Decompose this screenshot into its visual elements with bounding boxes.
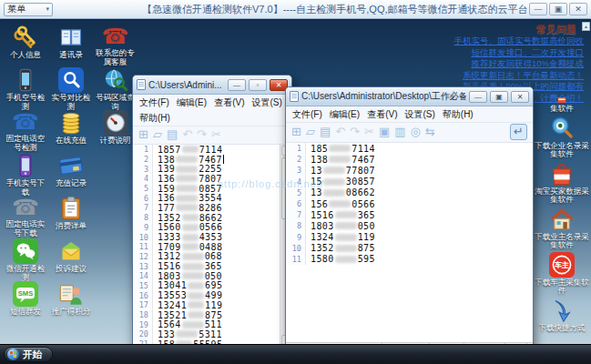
phone-grey-icon: ☎ <box>13 196 38 219</box>
sidebar-item-contacts[interactable]: 通讯录 <box>48 25 94 65</box>
sidebar-item-customer-service[interactable]: ☎ 联系您的专属客服 <box>94 25 137 65</box>
redacted-digits <box>182 253 204 260</box>
save-file-icon[interactable]: ▤ <box>320 125 331 139</box>
save-file-icon[interactable]: ▤ <box>167 127 178 142</box>
undo-icon[interactable]: ↶ <box>335 125 345 139</box>
sidebar-item-number-region-query[interactable]: 号码区域查询 <box>94 67 137 107</box>
svg-text:车主: 车主 <box>555 260 569 269</box>
menu-item[interactable]: 编辑(E) <box>173 95 210 110</box>
sidebar-item-personal-info[interactable]: 个人信息 <box>3 25 48 65</box>
redo-icon[interactable]: ↷ <box>197 127 207 142</box>
text-line: 12 1312068 <box>133 252 280 262</box>
sidebar-item-recharge-history[interactable]: 充值记录 <box>48 153 94 193</box>
notepad2-maximize-button[interactable]: ▣ <box>490 91 508 103</box>
eye-search-icon <box>549 116 575 141</box>
cut-icon[interactable]: ✂ <box>211 127 221 142</box>
sidebar-item-landline-empty-check[interactable]: ☎ 固定电话空号检测 <box>3 110 48 150</box>
download-item-shortcut[interactable]: 下载快捷方式 <box>539 298 586 333</box>
line-number: 3 <box>286 165 306 176</box>
download-item-car-owner-collect[interactable]: 车主 下载车主采集软件 <box>534 252 590 296</box>
menu-item[interactable]: 文件(F) <box>136 95 173 110</box>
sidebar-item-landline-real-download[interactable]: ☎ 固定电话实号下载 <box>3 196 48 236</box>
open-file-icon[interactable]: ▱ <box>153 127 162 142</box>
line-number: 1 <box>286 143 306 154</box>
sidebar-item-label: 固定电话实号下载 <box>3 220 48 238</box>
sidebar-item-mobile-real-download[interactable]: 手机实号下载 <box>3 153 48 193</box>
menu-item[interactable]: 设置(S) <box>248 95 285 110</box>
new-file-icon[interactable]: ⊞ <box>138 127 148 142</box>
faq-link[interactable]: 系统更新日志！平台最新动态！ <box>311 70 584 82</box>
replace-icon[interactable]: ⇆ <box>425 125 435 139</box>
undo-icon[interactable]: ↶ <box>182 127 192 142</box>
app-close-button[interactable]: ✕ <box>569 3 587 15</box>
download-item-enterprise-directory[interactable]: 下载企业名录采集软件 <box>534 116 590 159</box>
redacted-digits <box>188 282 204 289</box>
notepad2-minimize-button[interactable]: — <box>469 91 487 103</box>
scroll-up-icon[interactable]: ▲ <box>582 22 590 31</box>
line-number: 11 <box>286 254 306 265</box>
notepad1-maximize-button[interactable]: ▫ <box>249 79 267 91</box>
start-button[interactable]: 开始 <box>4 347 53 362</box>
sidebar-item-expense-details[interactable]: 消费详单 <box>48 196 94 236</box>
redacted-digits <box>329 145 351 152</box>
search-icon[interactable]: ◎ <box>411 125 421 139</box>
redacted-digits <box>176 195 198 202</box>
app-window: 菜单 ▾ 【急速微信开通检测软件V7.0】----自主检测手机号,QQ,邮箱号等… <box>0 0 591 364</box>
line-number: 8 <box>133 213 153 223</box>
line-number: 16 <box>133 290 153 300</box>
redo-icon[interactable]: ↷ <box>350 125 360 139</box>
sidebar-item-billing-info[interactable]: 计费说明 <box>94 110 137 150</box>
sidebar-item-feedback[interactable]: 投诉建议 <box>48 238 94 278</box>
text-line: 6 1560566 <box>286 198 533 209</box>
text-line: 19 1564511 <box>133 319 280 329</box>
faq-link[interactable]: 短信群发接口、二次开发接口 <box>311 47 584 59</box>
text-line: 1 1857114 <box>286 143 533 154</box>
app-minimize-button[interactable]: — <box>529 3 547 15</box>
line-number: 13 <box>133 261 153 271</box>
menu-item[interactable]: 编辑(E) <box>326 106 363 122</box>
open-file-icon[interactable]: ▱ <box>306 125 315 139</box>
sidebar-item-online-recharge[interactable]: 在线充值 <box>48 110 94 150</box>
sidebar-item-label: 通讯录 <box>59 51 83 60</box>
notepad2-close-button[interactable]: ✕ <box>511 91 529 103</box>
sidebar-item-mobile-empty-check[interactable]: 手机空号检测 <box>3 67 48 107</box>
menu-dropdown[interactable]: 菜单 ▾ <box>4 3 53 16</box>
faq-link[interactable]: 手机实号、固话实号数据高价回收 <box>311 35 584 47</box>
text-line: 1 18577114 <box>133 145 280 155</box>
word-wrap-icon[interactable]: ↵ <box>510 124 527 140</box>
download-item-label: 下载业主名录采集软件 <box>534 233 590 250</box>
redacted-digits <box>176 204 198 211</box>
cut-icon[interactable]: ✂ <box>364 125 374 139</box>
menu-item[interactable]: 帮助(H) <box>439 106 477 122</box>
text-line: 4 1367807 <box>133 174 280 184</box>
line-number: 1 <box>133 145 153 155</box>
menu-item[interactable]: 设置(S) <box>401 106 438 122</box>
windows-logo-icon <box>7 349 19 360</box>
new-file-icon[interactable]: ⊞ <box>291 125 301 139</box>
download-item-label: 下载快捷方式 <box>539 324 586 333</box>
menu-item[interactable]: 帮助(H) <box>136 110 174 126</box>
download-item-owner-directory[interactable]: 下载业主名录采集软件 <box>534 207 590 250</box>
download-item-partial-collect[interactable]: 集软件 <box>550 93 574 114</box>
tinyred-icon <box>556 93 567 104</box>
notepad2-text-area[interactable]: 1 1857114 2 1387467 3 1377807 4 1530857 … <box>286 143 533 342</box>
paste-icon[interactable]: ▥ <box>394 125 405 139</box>
menu-item[interactable]: 文件(F) <box>289 106 326 122</box>
sidebar-item-real-number-check[interactable]: 实号对比检测 <box>48 67 94 107</box>
app-maximize-button[interactable]: ▣ <box>549 3 567 15</box>
download-item-taobao-buyer-data[interactable]: 淘宝买家数据采集软件 <box>534 161 590 205</box>
globe-search-icon <box>103 67 128 93</box>
line-number: 5 <box>286 187 306 198</box>
sidebar-item-label: 实号对比检测 <box>48 94 94 111</box>
notepad1-text-area[interactable]: 1 18577114 2 1387467 3 1392255 4 1367807… <box>133 145 291 346</box>
menu-item[interactable]: 查看(V) <box>210 95 248 110</box>
sidebar-item-sms-bulk[interactable]: SMS 短信群发 <box>3 281 48 321</box>
notepad1-minimize-button[interactable]: — <box>228 79 246 91</box>
sidebar-item-wechat-check[interactable]: 微信开通检测 <box>3 238 48 278</box>
phone-red-icon: ☎ <box>103 25 128 48</box>
sidebar-item-promotion-points[interactable]: 推广得积分 <box>48 281 94 321</box>
download-item-label: 集软件 <box>550 105 574 114</box>
faq-link[interactable]: 推荐好友回获得10%金额提成 <box>311 58 584 70</box>
copy-icon[interactable]: ▣ <box>379 125 390 139</box>
menu-item[interactable]: 查看(V) <box>363 106 401 122</box>
